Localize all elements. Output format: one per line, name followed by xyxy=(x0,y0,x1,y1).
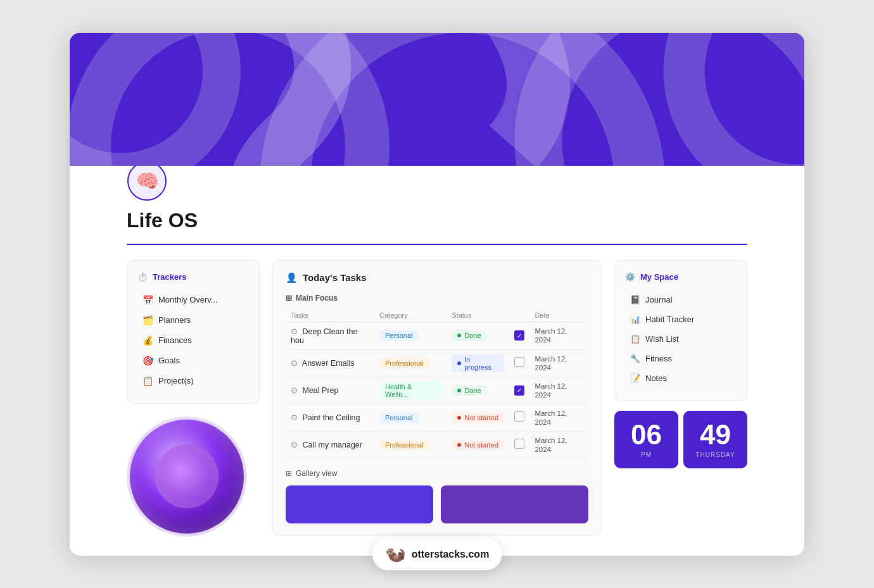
clock-day: THURSDAY xyxy=(695,451,736,458)
clock-hour: 06 xyxy=(626,421,667,449)
fitness-icon: 🔧 xyxy=(630,354,640,363)
space-item-fitness[interactable]: 🔧 Fitness xyxy=(625,349,737,368)
gallery-row[interactable]: ⊞ Gallery view xyxy=(286,469,588,478)
status-dot xyxy=(457,389,461,392)
col-tasks: Tasks xyxy=(286,309,374,322)
clock-period: PM xyxy=(626,451,667,458)
task-status-cell: Done xyxy=(446,377,509,404)
task-name: Call my manager xyxy=(302,441,362,449)
otter-icon: 🦦 xyxy=(385,544,405,564)
task-date-cell: March 12, 2024 xyxy=(529,377,588,404)
main-layout: ⏱️ Trackers 📅 Monthly Overv... 🗂️ Planne… xyxy=(70,260,804,556)
space-item-notes[interactable]: 📝 Notes xyxy=(625,369,737,387)
task-date: March 12, 2024 xyxy=(535,355,567,372)
col-check xyxy=(509,309,529,322)
space-item-journal[interactable]: 📓 Journal xyxy=(625,291,737,309)
task-date-cell: March 12, 2024 xyxy=(529,431,588,458)
status-dot xyxy=(457,416,461,420)
task-icon: ⊙ xyxy=(291,385,298,395)
task-check-cell[interactable] xyxy=(509,431,529,458)
checkbox-unchecked[interactable] xyxy=(514,439,524,449)
trackers-icon: ⏱️ xyxy=(137,272,148,282)
svg-text:🧠: 🧠 xyxy=(136,170,160,192)
task-check-cell[interactable]: ✓ xyxy=(509,322,529,349)
task-icon: ⊙ xyxy=(291,440,298,449)
gallery-icon: ⊞ xyxy=(286,469,292,478)
table-icon: ⊞ xyxy=(286,294,292,303)
page-title: Life OS xyxy=(127,209,747,232)
task-status-cell: In progress xyxy=(446,349,509,377)
task-name-cell: ⊙ Answer Emails xyxy=(286,349,374,377)
category-tag: Personal xyxy=(379,413,418,423)
goals-icon: 🎯 xyxy=(142,356,153,366)
checkbox-unchecked[interactable] xyxy=(514,411,524,422)
nav-item-finances[interactable]: 💰 Finances xyxy=(137,331,249,350)
myspace-title: ⚙️ My Space xyxy=(625,272,737,282)
donut-shape xyxy=(130,420,244,534)
myspace-card: ⚙️ My Space 📓 Journal 📊 Habit Tracker 📋 … xyxy=(614,260,747,401)
task-status-cell: Not started xyxy=(446,431,509,458)
table-row: ⊙ Meal Prep Health & Welln... Done ✓ Mar… xyxy=(286,377,588,404)
status-badge: Done xyxy=(452,385,486,396)
col-category: Category xyxy=(374,309,446,322)
task-name: Meal Prep xyxy=(302,386,338,395)
table-row: ⊙ Deep Clean the hou Personal Done ✓ Mar… xyxy=(286,322,588,349)
col-status: Status xyxy=(446,309,509,322)
calendar-icon: 📅 xyxy=(142,295,153,305)
status-badge: In progress xyxy=(452,354,504,372)
task-name-cell: ⊙ Deep Clean the hou xyxy=(286,322,374,349)
task-name: Paint the Ceiling xyxy=(302,413,360,422)
myspace-icon: ⚙️ xyxy=(625,272,635,282)
nav-item-monthly[interactable]: 📅 Monthly Overv... xyxy=(137,291,249,310)
clock-minute-block: 49 THURSDAY xyxy=(683,411,747,468)
profile-section: 🧠 Life OS xyxy=(70,166,804,232)
task-name-cell: ⊙ Paint the Ceiling xyxy=(286,404,374,431)
task-status-cell: Not started xyxy=(446,404,509,431)
status-badge: Not started xyxy=(452,413,504,423)
finances-icon: 💰 xyxy=(142,335,153,346)
task-category-cell: Personal xyxy=(374,322,446,349)
task-date: March 12, 2024 xyxy=(535,382,567,399)
journal-icon: 📓 xyxy=(630,295,640,304)
nav-item-planners[interactable]: 🗂️ Planners xyxy=(137,311,249,330)
habit-tracker-icon: 📊 xyxy=(630,315,640,324)
nav-items: 📅 Monthly Overv... 🗂️ Planners 💰 Finance… xyxy=(137,291,249,391)
checkbox-checked[interactable]: ✓ xyxy=(514,385,524,396)
tasks-card: 👤 Today's Tasks ⊞ Main Focus Tasks xyxy=(272,260,602,535)
notes-icon: 📝 xyxy=(630,373,640,383)
category-tag: Professional xyxy=(379,440,429,450)
category-tag: Professional xyxy=(379,358,429,368)
nav-item-goals[interactable]: 🎯 Goals xyxy=(137,351,249,370)
status-badge: Done xyxy=(452,330,486,341)
task-category-cell: Professional xyxy=(374,349,446,377)
task-icon: ⊙ xyxy=(291,413,298,422)
checkbox-unchecked[interactable] xyxy=(514,357,524,367)
col-date: Date xyxy=(529,309,588,322)
clock-widget: 06 PM 49 THURSDAY xyxy=(614,411,747,468)
task-name-cell: ⊙ Call my manager xyxy=(286,431,374,458)
space-item-wish-list[interactable]: 📋 Wish List xyxy=(625,330,737,348)
status-dot xyxy=(457,334,461,337)
projects-icon: 📋 xyxy=(142,376,153,386)
left-panel: ⏱️ Trackers 📅 Monthly Overv... 🗂️ Planne… xyxy=(127,260,260,537)
task-category-cell: Health & Welln... xyxy=(374,377,446,404)
footer-badge: 🦦 otterstacks.com xyxy=(372,538,502,570)
clock-hour-block: 06 PM xyxy=(614,411,678,468)
checkbox-checked[interactable]: ✓ xyxy=(514,330,524,341)
space-item-habit-tracker[interactable]: 📊 Habit Tracker xyxy=(625,310,737,328)
task-name: Answer Emails xyxy=(302,359,355,368)
table-row: ⊙ Paint the Ceiling Personal Not started… xyxy=(286,404,588,431)
clock-minute: 49 xyxy=(695,421,736,449)
wish-list-icon: 📋 xyxy=(630,334,640,344)
gallery-card-1[interactable] xyxy=(286,485,433,523)
tasks-section-icon: 👤 xyxy=(286,272,298,284)
task-check-cell[interactable]: ✓ xyxy=(509,377,529,404)
nav-item-projects[interactable]: 📋 Project(s) xyxy=(137,372,249,391)
task-check-cell[interactable] xyxy=(509,349,529,377)
task-category-cell: Professional xyxy=(374,431,446,458)
header-banner xyxy=(70,33,804,166)
gallery-card-2[interactable] xyxy=(441,485,588,523)
app-container: 🧠 Life OS ⏱️ Trackers 📅 Monthly Overv... xyxy=(70,33,804,556)
task-check-cell[interactable] xyxy=(509,404,529,431)
trackers-card: ⏱️ Trackers 📅 Monthly Overv... 🗂️ Planne… xyxy=(127,260,260,404)
